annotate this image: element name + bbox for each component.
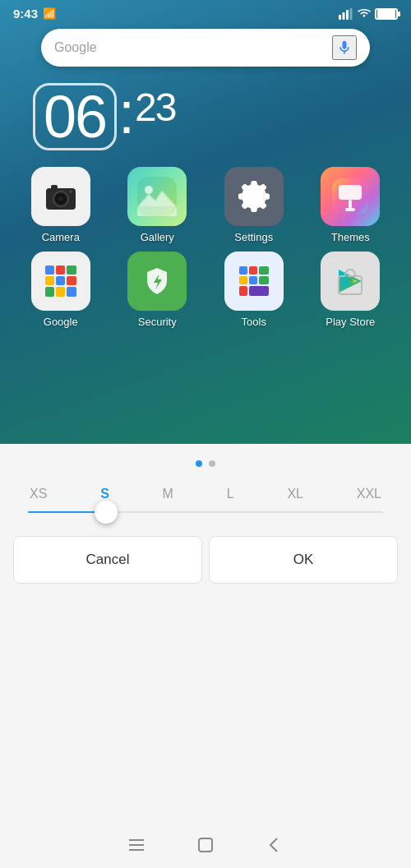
status-right <box>339 8 398 20</box>
bottom-panel: XS S M L XL XXL Cancel OK <box>0 444 411 868</box>
menu-nav-icon[interactable] <box>127 835 146 855</box>
app-settings[interactable]: Settings <box>210 167 298 243</box>
size-xs[interactable]: XS <box>25 483 52 505</box>
status-bar: 9:43 📶 <box>0 0 411 21</box>
themes-label: Themes <box>331 231 370 243</box>
svg-rect-21 <box>45 276 54 285</box>
playstore-icon-bg <box>321 252 380 311</box>
google-label: Google <box>44 316 78 328</box>
svg-rect-35 <box>239 286 247 296</box>
svg-rect-1 <box>343 12 345 20</box>
svg-rect-0 <box>339 15 341 20</box>
size-options: XS S M L XL XXL <box>25 483 386 505</box>
slider-container <box>25 511 386 513</box>
app-playstore[interactable]: Play Store <box>307 252 395 328</box>
svg-rect-3 <box>350 8 353 20</box>
status-left: 9:43 📶 <box>13 7 56 21</box>
size-xxl[interactable]: XXL <box>352 483 386 505</box>
svg-rect-43 <box>199 838 212 852</box>
svg-rect-29 <box>239 266 247 275</box>
clock-container: 06 : 23 <box>0 67 411 159</box>
home-screen: 9:43 📶 Google <box>0 0 411 444</box>
tools-label: Tools <box>242 316 266 328</box>
svg-rect-33 <box>249 276 257 284</box>
tools-icon-bg <box>224 252 284 311</box>
app-themes[interactable]: Themes <box>307 167 395 243</box>
security-svg <box>139 263 175 299</box>
playstore-svg <box>332 263 368 299</box>
home-nav-icon[interactable] <box>196 835 215 855</box>
tools-svg <box>236 263 272 299</box>
svg-rect-23 <box>67 276 76 285</box>
size-m[interactable]: M <box>158 483 178 505</box>
gallery-label: Gallery <box>141 231 174 243</box>
svg-rect-22 <box>56 276 65 285</box>
camera-icon-bg <box>31 167 90 226</box>
camera-label: Camera <box>42 231 80 243</box>
settings-icon-bg <box>224 167 284 226</box>
signal-icon <box>339 8 353 20</box>
size-xl[interactable]: XL <box>282 483 308 505</box>
svg-rect-31 <box>259 266 269 275</box>
slider-thumb[interactable] <box>95 501 118 524</box>
svg-rect-20 <box>67 265 76 275</box>
wifi-icon <box>357 8 372 20</box>
svg-rect-8 <box>51 185 58 189</box>
themes-svg <box>332 178 368 215</box>
google-svg <box>43 263 79 299</box>
svg-rect-18 <box>45 265 54 275</box>
svg-rect-25 <box>56 287 65 297</box>
clock-display: 06 : 23 <box>33 83 378 150</box>
page-dot-2 <box>209 460 215 467</box>
svg-rect-2 <box>346 10 349 20</box>
svg-rect-32 <box>239 276 247 284</box>
size-l[interactable]: L <box>222 483 239 505</box>
app-gallery[interactable]: Gallery <box>113 167 202 243</box>
settings-label: Settings <box>234 231 273 243</box>
search-bar[interactable]: Google <box>41 29 370 67</box>
gallery-svg <box>137 177 177 216</box>
cancel-button[interactable]: Cancel <box>13 536 202 584</box>
search-placeholder: Google <box>54 40 332 55</box>
svg-rect-15 <box>339 185 362 200</box>
svg-point-13 <box>145 186 153 194</box>
status-time: 9:43 <box>13 7 38 21</box>
playstore-label: Play Store <box>326 316 375 328</box>
camera-svg <box>41 177 81 216</box>
action-buttons: Cancel OK <box>13 536 398 584</box>
clock-minutes: 23 <box>135 88 175 127</box>
app-google[interactable]: Google <box>16 252 105 328</box>
themes-icon-bg <box>321 167 380 226</box>
svg-rect-26 <box>67 287 76 297</box>
svg-rect-36 <box>249 286 269 296</box>
svg-point-9 <box>69 190 72 193</box>
svg-rect-24 <box>45 287 54 297</box>
clock-colon: : <box>118 83 133 142</box>
security-icon-bg <box>127 252 187 311</box>
svg-point-7 <box>58 196 63 201</box>
back-nav-icon[interactable] <box>265 835 284 855</box>
slider-track <box>28 511 383 513</box>
ok-button[interactable]: OK <box>209 536 398 584</box>
app-security[interactable]: Security <box>113 252 202 328</box>
app-camera[interactable]: Camera <box>16 167 105 243</box>
svg-rect-19 <box>56 265 65 275</box>
page-dot-1 <box>196 460 202 467</box>
svg-rect-17 <box>345 208 355 211</box>
mic-icon <box>336 39 353 56</box>
app-tools[interactable]: Tools <box>210 252 298 328</box>
bluetooth-icon: 📶 <box>43 7 56 20</box>
page-indicator <box>0 444 411 475</box>
clock-hours: 06 <box>33 83 117 150</box>
app-grid: Camera Gallery <box>0 159 411 336</box>
svg-rect-34 <box>259 276 269 284</box>
mic-button[interactable] <box>332 35 357 60</box>
svg-rect-30 <box>249 266 257 275</box>
settings-svg <box>238 180 270 213</box>
bottom-nav <box>0 822 411 868</box>
battery-icon <box>375 8 398 20</box>
gallery-icon-bg <box>127 167 187 226</box>
google-icon-bg <box>31 252 90 311</box>
size-selector: XS S M L XL XXL <box>0 475 411 529</box>
security-label: Security <box>138 316 177 328</box>
